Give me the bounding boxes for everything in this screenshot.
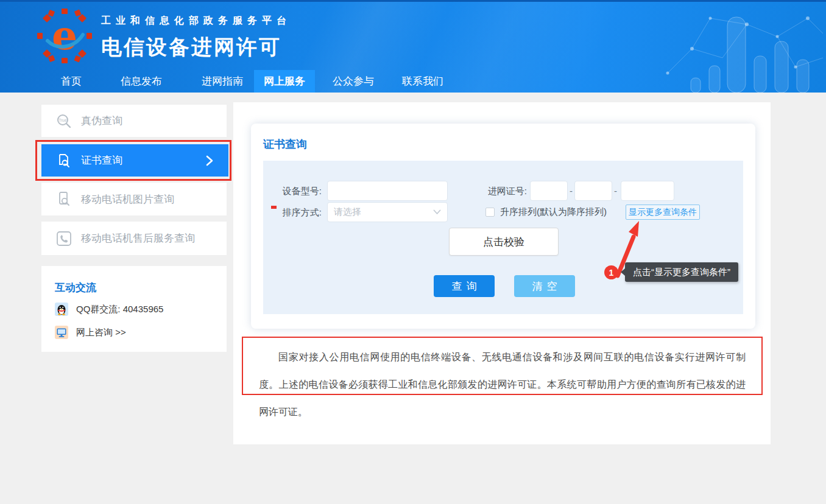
certificate-query-panel: 证书查询 设备型号: 进网证号: - - 排序方式: 请选择 xyxy=(251,124,755,329)
nav-item-contact[interactable]: 联系我们 xyxy=(402,70,443,93)
sidebar-item-label: 证书查询 xyxy=(81,153,122,167)
sort-select-placeholder: 请选择 xyxy=(334,206,361,218)
qq-penguin-icon xyxy=(55,303,68,316)
online-consult-link[interactable]: 网上咨询 >> xyxy=(55,326,126,339)
page: e 工业和信息化部政务服务平台 电信设备进网许可 xyxy=(0,0,826,504)
sidebar-item-phone-image-query[interactable]: 移动电话机图片查询 xyxy=(41,183,227,215)
clear-button[interactable]: 清空 xyxy=(514,275,575,297)
sidebar-item-label: 移动电话机售后服务查询 xyxy=(81,231,195,245)
certificate-search-icon xyxy=(56,153,72,169)
sidebar-item-label: 真伪查询 xyxy=(81,114,122,128)
annotation-box-description: 国家对接入公用电信网使用的电信终端设备、无线电通信设备和涉及网间互联的电信设备实… xyxy=(242,337,763,395)
header-titles: 工业和信息化部政务服务平台 电信设备进网许可 xyxy=(101,15,291,61)
query-form: 设备型号: 进网证号: - - 排序方式: 请选择 升序排列(默认为降序排列) xyxy=(263,161,743,314)
sidebar-item-authenticity-query[interactable]: True 真伪查询 xyxy=(41,105,227,137)
online-consult-label: 网上咨询 >> xyxy=(76,327,126,338)
sort-mode-label: 排序方式: xyxy=(273,202,322,222)
captcha-verify-button[interactable]: 点击校验 xyxy=(449,228,559,256)
site-title: 电信设备进网许可 xyxy=(101,33,291,61)
site-logo-icon: e xyxy=(37,8,93,64)
qq-group-link[interactable]: QQ群交流: 40435965 xyxy=(55,303,163,316)
monitor-icon xyxy=(55,326,68,339)
interaction-card: 互动交流 QQ群交流: 40435965 网上咨询 >> xyxy=(41,266,227,352)
platform-title: 工业和信息化部政务服务平台 xyxy=(101,15,291,27)
annotation-step-badge: 1 xyxy=(604,265,618,279)
main-nav: 首页 信息发布 进网指南 网上服务 公众参与 联系我们 xyxy=(0,70,826,93)
phone-image-search-icon xyxy=(56,191,72,207)
annotation-tooltip: 点击“显示更多查询条件” xyxy=(625,262,738,282)
chevron-right-icon xyxy=(205,155,214,166)
nav-item-news[interactable]: 信息发布 xyxy=(121,70,162,93)
true-search-icon: True xyxy=(56,113,72,129)
nav-item-guide[interactable]: 进网指南 xyxy=(202,70,243,93)
interaction-title: 互动交流 xyxy=(55,281,96,295)
device-model-input[interactable] xyxy=(327,181,448,201)
query-button[interactable]: 查询 xyxy=(434,275,495,297)
license-number-input-1[interactable] xyxy=(530,181,568,201)
sidebar-item-label: 移动电话机图片查询 xyxy=(81,192,174,206)
qq-group-label: QQ群交流: 40435965 xyxy=(76,304,163,315)
sort-mode-select[interactable]: 请选择 xyxy=(327,202,448,222)
site-header: e 工业和信息化部政务服务平台 电信设备进网许可 xyxy=(0,0,826,93)
device-model-label: 设备型号: xyxy=(273,181,322,201)
nav-item-online-services-active[interactable]: 网上服务 xyxy=(254,70,315,93)
license-number-label: 进网证号: xyxy=(478,181,527,201)
header-top-line xyxy=(0,0,826,2)
ascending-order-checkbox[interactable] xyxy=(485,208,495,217)
ascending-order-label: 升序排列(默认为降序排列) xyxy=(500,203,607,220)
nav-item-home[interactable]: 首页 xyxy=(55,70,88,93)
svg-text:e: e xyxy=(52,12,77,59)
panel-title: 证书查询 xyxy=(263,137,307,152)
license-dash-separator: - xyxy=(569,181,573,201)
license-dash-separator: - xyxy=(613,181,618,201)
nav-item-participation[interactable]: 公众参与 xyxy=(333,70,374,93)
phone-handset-icon xyxy=(56,231,72,247)
sidebar-item-aftersale-service-query[interactable]: 移动电话机售后服务查询 xyxy=(41,222,227,255)
license-number-input-3[interactable] xyxy=(621,181,674,201)
chevron-down-icon xyxy=(433,209,441,215)
license-number-input-2[interactable] xyxy=(574,181,612,201)
sidebar-item-certificate-query[interactable]: 证书查询 xyxy=(41,144,228,177)
license-system-description: 国家对接入公用电信网使用的电信终端设备、无线电通信设备和涉及网间互联的电信设备实… xyxy=(259,343,746,425)
svg-text:True: True xyxy=(58,117,67,122)
annotation-box-active-item: 证书查询 xyxy=(35,140,231,181)
